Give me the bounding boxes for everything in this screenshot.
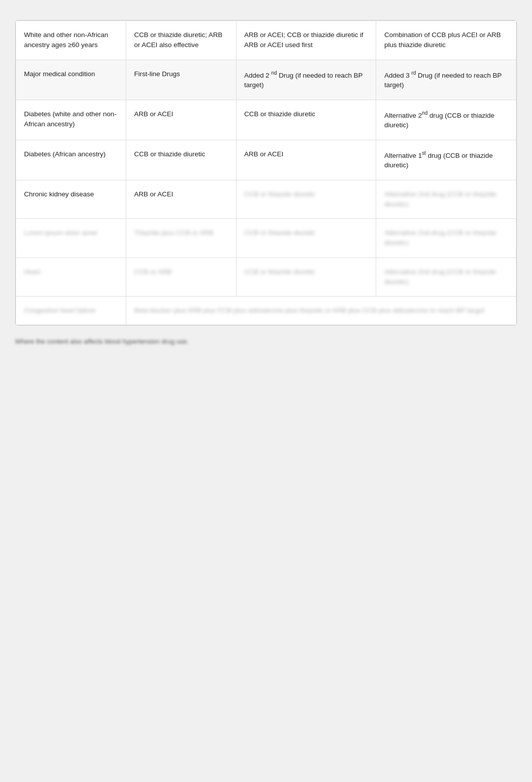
cell-condition: White and other non-African ancestry age…: [16, 21, 126, 60]
header-third-drug: Added 3 rd Drug (if needed to reach BP t…: [376, 60, 516, 100]
table-header-row: Major medical condition First-line Drugs…: [16, 60, 516, 100]
cell-first-line: CCB or thiazide diuretic; ARB or ACEI al…: [126, 21, 236, 60]
table-row: Diabetes (African ancestry) CCB or thiaz…: [16, 140, 516, 180]
cell-condition: Diabetes (white and other non-African an…: [16, 100, 126, 140]
cell-third-drug: Combination of CCB plus ACEI or ARB plus…: [376, 21, 516, 60]
header-second-drug: Added 2 nd Drug (if needed to reach BP t…: [236, 60, 376, 100]
cell-condition: Congestive heart failure: [16, 297, 126, 325]
superscript-rd: rd: [411, 70, 416, 76]
cell-first-line: ARB or ACEI: [126, 180, 236, 219]
cell-third-drug: Alternative 2nd drug (CCB or thiazide di…: [376, 100, 516, 140]
superscript-nd: nd: [272, 70, 277, 76]
cell-second-drug: CCB or thiazide diuretic: [236, 219, 376, 258]
cell-second-drug: CCB or thiazide diuretic: [236, 100, 376, 140]
footnote: Where the content also affects blood hyp…: [15, 338, 517, 345]
cell-second-drug: ARB or ACEI: [236, 140, 376, 180]
superscript-nd: nd: [422, 110, 427, 116]
header-condition: Major medical condition: [16, 60, 126, 100]
cell-second-drug: CCB or thiazide diuretic: [236, 257, 376, 297]
cell-first-line: Thiazide plus CCB or ARB: [126, 219, 236, 258]
cell-condition: Lorem ipsum dolor amet: [16, 219, 126, 258]
cell-second-drug: CCB or thiazide diuretic: [236, 180, 376, 219]
cell-condition: Diabetes (African ancestry): [16, 140, 126, 180]
cell-first-line: ARB or ACEI: [126, 100, 236, 140]
table-row: Lorem ipsum dolor amet Thiazide plus CCB…: [16, 219, 516, 258]
cell-third-drug: Alternative 2nd drug (CCB or thiazide di…: [376, 257, 516, 297]
superscript-st: st: [422, 150, 426, 156]
cell-condition: Heart: [16, 257, 126, 297]
cell-second-drug: ARB or ACEI; CCB or thiazide diuretic if…: [236, 21, 376, 60]
table-row: Chronic kidney disease ARB or ACEI CCB o…: [16, 180, 516, 219]
cell-condition: Chronic kidney disease: [16, 180, 126, 219]
header-first-line: First-line Drugs: [126, 60, 236, 100]
hypertension-table: White and other non-African ancestry age…: [16, 21, 516, 325]
table-row: Congestive heart failure Beta blocker pl…: [16, 297, 516, 325]
cell-third-drug: Alternative 2nd drug (CCB or thiazide di…: [376, 180, 516, 219]
cell-combined: Beta blocker plus ARB plus CCB plus aldo…: [126, 297, 516, 325]
table-row: White and other non-African ancestry age…: [16, 21, 516, 60]
main-table-container: White and other non-African ancestry age…: [15, 20, 517, 326]
cell-third-drug: Alternative 1st drug (CCB or thiazide di…: [376, 140, 516, 180]
table-row: Diabetes (white and other non-African an…: [16, 100, 516, 140]
table-row: Heart CCB or ARB CCB or thiazide diureti…: [16, 257, 516, 297]
cell-first-line: CCB or ARB: [126, 257, 236, 297]
cell-first-line: CCB or thiazide diuretic: [126, 140, 236, 180]
cell-third-drug: Alternative 2nd drug (CCB or thiazide di…: [376, 219, 516, 258]
